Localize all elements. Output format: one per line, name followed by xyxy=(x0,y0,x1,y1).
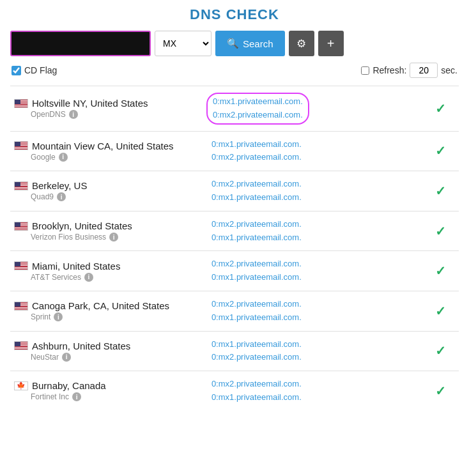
toolbar: A MX CNAME TXT NS AAAA 🔍 Search ⚙ + xyxy=(10,31,459,56)
location-name: Ashburn, United States xyxy=(14,341,204,351)
mx-records-cell: 0:mx1.privateemail.com. 0:mx2.privateema… xyxy=(208,86,423,132)
mx-records-cell: 0:mx2.privateemail.com. 0:mx1.privateema… xyxy=(208,371,423,411)
mx-record-2: 0:mx1.privateemail.com. xyxy=(211,271,419,284)
provider-name: Quad9 xyxy=(31,192,54,201)
location-name: Holtsville NY, United States xyxy=(14,98,204,109)
mx-record-2: 0:mx2.privateemail.com. xyxy=(211,351,419,364)
mx-record-1: 0:mx1.privateemail.com. xyxy=(211,338,419,351)
results-table: Holtsville NY, United States OpenDNS i 0… xyxy=(10,86,459,411)
flag-ca-icon: 🍁 xyxy=(14,381,28,390)
check-icon: ✓ xyxy=(435,184,446,198)
location-cell: Berkeley, US Quad9 i xyxy=(10,171,208,211)
provider-row: Quad9 i xyxy=(14,192,204,201)
status-cell: ✓ xyxy=(423,251,459,291)
flag-us-icon xyxy=(14,341,28,350)
provider-name: Sprint xyxy=(31,312,50,321)
plus-icon: + xyxy=(327,36,335,51)
info-icon[interactable]: i xyxy=(72,392,81,401)
location-name: Brooklyn, United States xyxy=(14,220,204,231)
mx-records-cell: 0:mx1.privateemail.com. 0:mx2.privateema… xyxy=(208,131,423,171)
domain-input[interactable] xyxy=(10,31,151,56)
mx-record-2: 0:mx1.privateemail.com. xyxy=(211,191,419,204)
status-cell: ✓ xyxy=(423,86,459,132)
flag-us-icon xyxy=(14,302,28,311)
table-row: Holtsville NY, United States OpenDNS i 0… xyxy=(10,86,459,132)
location-cell: 🍁 Burnaby, Canada Fortinet Inc i xyxy=(10,371,208,411)
refresh-interval-input[interactable] xyxy=(410,63,438,78)
status-cell: ✓ xyxy=(423,211,459,251)
provider-row: Verizon Fios Business i xyxy=(14,233,204,242)
info-icon[interactable]: i xyxy=(109,233,118,242)
add-button[interactable]: + xyxy=(318,31,344,56)
status-cell: ✓ xyxy=(423,331,459,371)
cd-flag-label[interactable]: CD Flag xyxy=(12,65,57,75)
refresh-text: Refresh: xyxy=(373,65,406,75)
location-cell: Brooklyn, United States Verizon Fios Bus… xyxy=(10,211,208,251)
mx-records-cell: 0:mx2.privateemail.com. 0:mx1.privateema… xyxy=(208,251,423,291)
flag-us-icon xyxy=(14,261,28,270)
status-cell: ✓ xyxy=(423,131,459,171)
refresh-unit: sec. xyxy=(441,65,457,75)
location-cell: Mountain View CA, United States Google i xyxy=(10,131,208,171)
flag-us-icon xyxy=(14,141,28,150)
flag-us-icon xyxy=(14,99,28,108)
location-name: Miami, United States xyxy=(14,261,204,272)
location-cell: Miami, United States AT&T Services i xyxy=(10,251,208,291)
mx-records-cell: 0:mx2.privateemail.com. 0:mx1.privateema… xyxy=(208,211,423,251)
check-icon: ✓ xyxy=(435,264,446,278)
provider-row: Sprint i xyxy=(14,312,204,321)
options-bar: CD Flag Refresh: sec. xyxy=(10,63,459,78)
check-icon: ✓ xyxy=(435,144,446,158)
info-icon[interactable]: i xyxy=(54,312,63,321)
page-title: DNS CHECK xyxy=(10,6,459,23)
table-row: Berkeley, US Quad9 i 0:mx2.privateemail.… xyxy=(10,171,459,211)
check-icon: ✓ xyxy=(435,384,446,398)
gear-icon: ⚙ xyxy=(296,37,306,50)
refresh-label[interactable]: Refresh: sec. xyxy=(361,63,457,78)
check-icon: ✓ xyxy=(435,304,446,318)
search-icon: 🔍 xyxy=(227,38,239,49)
mx-record-2: 0:mx1.privateemail.com. xyxy=(211,311,419,325)
location-cell: Canoga Park, CA, United States Sprint i xyxy=(10,291,208,331)
cd-flag-checkbox[interactable] xyxy=(12,66,21,75)
info-icon[interactable]: i xyxy=(69,110,78,119)
mx-record-1: 0:mx1.privateemail.com. xyxy=(211,138,419,151)
flag-us-icon xyxy=(14,181,28,190)
provider-name: Google xyxy=(31,153,56,162)
mx-records-cell: 0:mx1.privateemail.com. 0:mx2.privateema… xyxy=(208,331,423,371)
provider-row: Google i xyxy=(14,153,204,162)
provider-row: OpenDNS i xyxy=(14,110,204,119)
info-icon[interactable]: i xyxy=(57,192,66,201)
location-name: 🍁 Burnaby, Canada xyxy=(14,380,204,391)
info-icon[interactable]: i xyxy=(84,273,93,282)
provider-name: Verizon Fios Business xyxy=(31,233,106,242)
mx-record-1: 0:mx2.privateemail.com. xyxy=(211,298,419,311)
search-button[interactable]: 🔍 Search xyxy=(215,31,285,56)
provider-row: Fortinet Inc i xyxy=(14,392,204,401)
table-row: Canoga Park, CA, United States Sprint i … xyxy=(10,291,459,331)
settings-button[interactable]: ⚙ xyxy=(289,31,314,56)
info-icon[interactable]: i xyxy=(59,153,68,162)
refresh-checkbox[interactable] xyxy=(361,66,369,75)
mx-record-2: 0:mx1.privateemail.com. xyxy=(211,231,419,245)
status-cell: ✓ xyxy=(423,371,459,411)
info-icon[interactable]: i xyxy=(62,353,71,362)
mx-record-1: 0:mx2.privateemail.com. xyxy=(211,378,419,391)
mx-record-2: 0:mx2.privateemail.com. xyxy=(213,109,303,122)
provider-name: NeuStar xyxy=(31,353,59,362)
search-label: Search xyxy=(243,38,273,49)
table-row: 🍁 Burnaby, Canada Fortinet Inc i 0:mx2.p… xyxy=(10,371,459,411)
mx-records-cell: 0:mx2.privateemail.com. 0:mx1.privateema… xyxy=(208,171,423,211)
location-cell: Holtsville NY, United States OpenDNS i xyxy=(10,86,208,132)
location-name: Berkeley, US xyxy=(14,180,204,191)
provider-row: NeuStar i xyxy=(14,353,204,362)
status-cell: ✓ xyxy=(423,291,459,331)
location-name: Canoga Park, CA, United States xyxy=(14,300,204,311)
mx-record-1: 0:mx2.privateemail.com. xyxy=(211,257,419,271)
record-type-select[interactable]: A MX CNAME TXT NS AAAA xyxy=(155,31,211,56)
flag-us-icon xyxy=(14,222,28,231)
mx-record-1: 0:mx2.privateemail.com. xyxy=(211,178,419,191)
check-icon: ✓ xyxy=(435,224,446,238)
check-icon: ✓ xyxy=(435,102,446,116)
location-cell: Ashburn, United States NeuStar i xyxy=(10,331,208,371)
